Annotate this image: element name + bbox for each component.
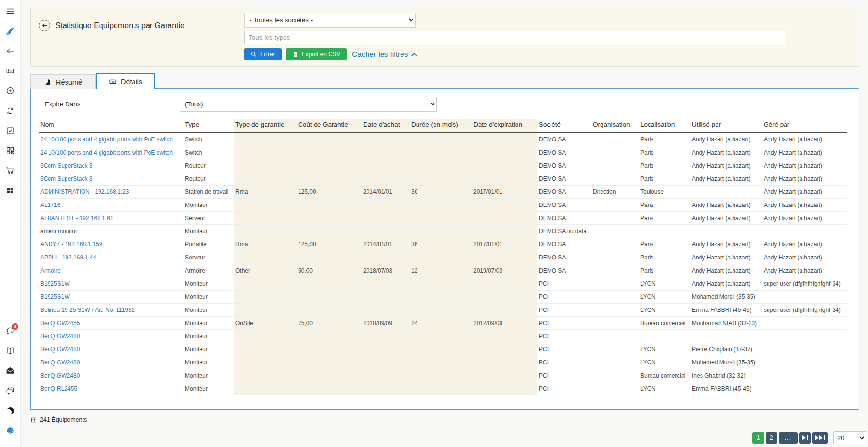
equipment-link[interactable]: B1925S1W (40, 293, 70, 300)
cell-nom: B1925S1W (39, 290, 184, 303)
cell-gere-par (762, 343, 847, 356)
equipment-link[interactable]: Armoire (40, 267, 61, 274)
equipment-link[interactable]: B1925S1W (40, 280, 70, 287)
cell-organisation (591, 264, 639, 277)
table-row: 24 10/100 ports and 4 gigabit ports with… (39, 133, 847, 146)
details-panel: Expire Dans (Tous) Nom Type Type de gara… (30, 88, 859, 410)
cell-organisation (591, 172, 639, 185)
inbox-icon[interactable] (5, 366, 15, 376)
equipment-link[interactable]: 24 10/100 ports and 4 gigabit ports with… (40, 149, 173, 156)
per-page-select[interactable]: 20 (833, 431, 866, 444)
cell-nom: Armoire (39, 264, 184, 277)
expires-select[interactable]: (Tous) (180, 97, 437, 112)
cell-societe: DEMO SA (537, 211, 591, 224)
page-button-2[interactable]: 2 (766, 432, 777, 444)
cell-organisation (591, 369, 639, 382)
cell-date-expiration (472, 211, 537, 224)
cell-cout-garantie (297, 369, 362, 382)
cell-date-achat (362, 133, 410, 146)
equipment-link[interactable]: BenQ GW2480 (40, 372, 80, 379)
equipment-link[interactable]: BenQ RL2455 (40, 385, 77, 392)
book-icon[interactable] (5, 346, 15, 356)
equipment-link[interactable]: BenQ GW2480 (40, 333, 80, 340)
equipment-link[interactable]: AL1716 (40, 202, 60, 208)
cell-cout-garantie (297, 211, 362, 224)
col-date-achat: Date d'achat (362, 119, 410, 133)
equipment-link[interactable]: ALBANTEST - 192.168.1.61 (40, 215, 114, 222)
equipment-link[interactable]: Belinea 19 25 S1W / Art. No. 111932 (40, 307, 134, 313)
ticket-icon (109, 78, 117, 86)
moon-icon[interactable] (5, 406, 15, 415)
cell-date-achat (362, 303, 410, 316)
equipment-link[interactable]: BenQ GW2480 (40, 359, 80, 366)
equipment-table-body: 24 10/100 ports and 4 gigabit ports with… (39, 133, 847, 395)
filter-button-label: Filtrer (260, 51, 275, 58)
cell-utilise-par: Ines Ghabrid (32-32) (690, 369, 762, 382)
chat-icon[interactable]: 8 (5, 326, 15, 336)
menu-icon[interactable] (5, 6, 15, 16)
mini-table-icon (31, 417, 37, 423)
ticket-icon[interactable] (5, 66, 15, 76)
tab-resume-label: Résumé (56, 78, 82, 86)
back-icon[interactable] (5, 46, 15, 56)
cell-date-achat (362, 277, 410, 290)
last-page-icon (815, 435, 818, 440)
export-csv-button[interactable]: Export en CSV (286, 48, 347, 60)
equipment-link[interactable]: 3Com SuperStack 3 (40, 162, 92, 169)
tabs: Résumé Détails (30, 72, 155, 89)
filter-button[interactable]: Filtrer (244, 48, 282, 60)
back-button[interactable] (39, 20, 50, 31)
cell-societe: DEMO SA (537, 251, 591, 264)
cell-date-achat (362, 329, 410, 343)
cell-date-achat (362, 290, 410, 303)
last-page-button[interactable] (812, 432, 828, 444)
equipment-link[interactable]: ameni monitor (40, 228, 77, 235)
tab-details[interactable]: Détails (96, 73, 155, 89)
cell-cout-garantie (297, 290, 362, 303)
cell-duree: 12 (410, 264, 472, 277)
col-gere-par: Géré par (762, 119, 847, 133)
cell-localisation (639, 224, 690, 238)
page-button-...[interactable]: ... (779, 432, 798, 444)
cell-localisation: Toulouse (639, 185, 690, 198)
cell-cout-garantie (297, 277, 362, 290)
plus-circle-icon[interactable] (5, 86, 15, 96)
cell-duree (410, 224, 472, 238)
equipment-link[interactable]: 24 10/100 ports and 4 gigabit ports with… (40, 136, 173, 143)
next-page-button[interactable] (799, 432, 811, 444)
table-row: BenQ GW2480 Moniteur PCI LYON Mohamed Mo… (39, 356, 847, 369)
cell-date-expiration (472, 277, 537, 290)
cell-duree (410, 251, 472, 264)
hide-filters-link[interactable]: Cacher les filtres (352, 50, 417, 59)
types-input[interactable] (244, 31, 785, 44)
app-logo[interactable] (5, 26, 15, 36)
sync-icon[interactable] (5, 106, 15, 116)
equipment-link[interactable]: ANDY7 - 192.168.1.159 (40, 241, 102, 248)
equipment-link[interactable]: 3Com SuperStack 3 (40, 175, 92, 182)
equipment-link[interactable]: APPLI - 192.168.1.44 (40, 254, 96, 261)
cell-organisation (591, 198, 639, 211)
cell-cout-garantie (297, 172, 362, 185)
page-button-1[interactable]: 1 (752, 432, 764, 444)
cell-utilise-par: Andy Hazart (a.hazart) (690, 133, 762, 146)
comments-icon[interactable] (5, 386, 15, 395)
tab-resume[interactable]: Résumé (30, 74, 96, 89)
grid-icon[interactable] (5, 186, 15, 195)
cell-duree (410, 290, 472, 303)
equipment-link[interactable]: BenQ GW2455 (40, 320, 80, 327)
equipment-count-text: 241 Équipements (40, 416, 87, 423)
equipment-link[interactable]: BenQ GW2480 (40, 346, 80, 353)
globe-icon[interactable] (5, 426, 15, 435)
cell-gere-par: super user (dfgfhfhfghfghf-34) (762, 277, 847, 290)
equipment-link[interactable]: ADMINISTRATION - 192.168.1.23 (40, 189, 129, 195)
cell-type-garantie (234, 159, 297, 172)
cell-type: Routeur (184, 172, 234, 185)
cell-nom: BenQ GW2480 (39, 356, 184, 369)
table-row: ADMINISTRATION - 192.168.1.23 Station de… (39, 185, 847, 198)
cart-icon[interactable] (5, 166, 15, 175)
qr-code-icon[interactable] (5, 146, 15, 155)
cell-organisation (591, 224, 639, 238)
checkbox-icon[interactable] (5, 126, 15, 136)
company-select[interactable]: - Toutes les sociétés - (244, 13, 416, 28)
cell-duree: 36 (410, 238, 472, 251)
